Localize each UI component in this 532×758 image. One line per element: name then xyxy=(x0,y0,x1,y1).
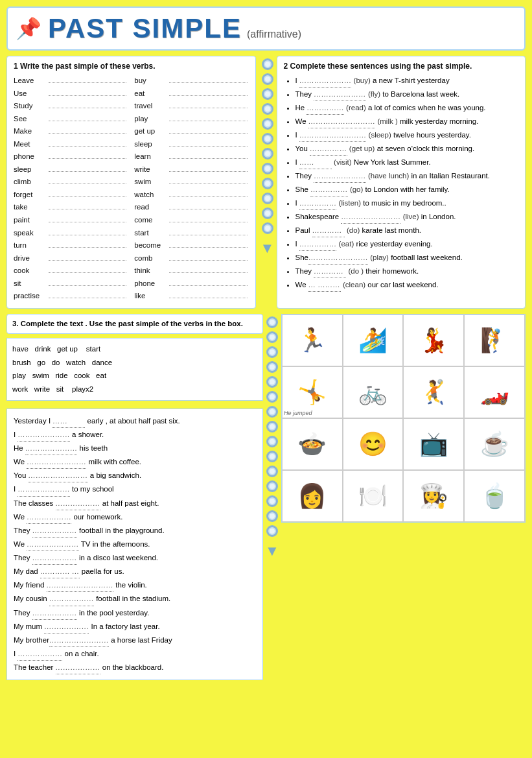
verb-row: watch xyxy=(134,189,248,202)
spiral-ring xyxy=(262,222,273,234)
word-box-line: brush go do watch dance xyxy=(12,356,257,370)
list-item: Paul ………… (do) karate last month. xyxy=(295,224,519,237)
word-box-line: play swim ride cook eat xyxy=(12,369,257,383)
verb-row: sleep xyxy=(14,163,128,176)
spiral-ring xyxy=(266,495,278,507)
text-line: I ………………… a shower. xyxy=(14,428,256,442)
sentence-list: I ………………… (buy) a new T-shirt yesterday … xyxy=(284,75,519,292)
text-line: My friend ……………………… the violin. xyxy=(14,578,256,592)
verb-row: eat xyxy=(134,88,248,101)
page: 📌 PAST SIMPLE (affirmative) 1 Write the … xyxy=(6,6,526,752)
spiral-ring xyxy=(262,163,273,174)
verb-row: get up xyxy=(134,125,248,138)
spiral-ring xyxy=(266,421,278,432)
page-title: PAST SIMPLE xyxy=(48,13,242,44)
verb-row: swim xyxy=(134,176,248,189)
spiral-binding-bottom: ▼ xyxy=(263,314,281,680)
list-item: They ………… (do ) their homework. xyxy=(295,265,519,278)
text-line: I ………………… to my school xyxy=(14,482,256,496)
bottom-left: 3. Complete the text . Use the past simp… xyxy=(6,314,263,680)
spiral-ring xyxy=(266,436,278,447)
text-line: They ……………… football in the playground. xyxy=(14,524,256,538)
bottom-section: 3. Complete the text . Use the past simp… xyxy=(6,314,526,680)
verb-row: Meet xyxy=(14,138,128,151)
spiral-ring xyxy=(262,133,273,145)
verb-row: read xyxy=(134,201,248,214)
text-line: He ………………… his teeth xyxy=(14,442,256,455)
exercise3-title-box: 3. Complete the text . Use the past simp… xyxy=(6,314,263,334)
spiral-ring xyxy=(262,178,273,189)
spiral-ring xyxy=(262,193,273,204)
verb-row: buy xyxy=(134,75,248,88)
verb-row: comb xyxy=(134,252,248,265)
text-line: My brother…………………… a horse last Friday xyxy=(14,634,256,647)
word-box-line: work write sit playx2 xyxy=(12,383,257,396)
list-item: I …………… (eat) rice yesterday evening. xyxy=(295,238,519,251)
exercise1-title: 1 Write the past simple of these verbs. xyxy=(14,62,249,71)
verb-row: cook xyxy=(14,265,128,278)
verb-row: become xyxy=(134,239,248,252)
grid-cell: 🍲 xyxy=(282,418,343,470)
text-line: My mum ……………… In a factory last year. xyxy=(14,620,256,634)
grid-cell: 😊 xyxy=(343,418,404,470)
verb-row: come xyxy=(134,214,248,227)
exercise3-title: 3. Complete the text . Use the past simp… xyxy=(12,320,243,327)
spiral-ring xyxy=(262,148,273,160)
verb-row: practise xyxy=(14,290,128,303)
list-item: She…………………… (play) football last weekend… xyxy=(295,252,519,265)
verb-row: Leave xyxy=(14,75,128,88)
text-completion: Yesterday I …… early , at about half pas… xyxy=(6,409,263,680)
grid-cell: ☕ xyxy=(464,418,525,470)
list-item: You …………… (get up) at seven o'clock this… xyxy=(295,143,519,156)
list-item: We … ……… (clean) our car last weekend. xyxy=(295,279,519,292)
list-item: They ………………… (have lunch) in an Italian … xyxy=(295,170,519,183)
verb-row: Make xyxy=(14,125,128,138)
spiral-ring xyxy=(266,376,278,388)
verb-row: speak xyxy=(14,227,128,240)
text-line: You …………………… a big sandwich. xyxy=(14,469,256,482)
text-line: I ……………… on a chair. xyxy=(14,647,256,661)
grid-cell: 🏃 xyxy=(282,314,343,366)
verb-row: Use xyxy=(14,88,128,101)
verb-row: See xyxy=(14,113,128,126)
verb-columns: Leave Use Study See Make Meet phone slee… xyxy=(14,75,249,303)
spiral-ring xyxy=(266,406,278,418)
text-line: My cousin ……………… football in the stadium… xyxy=(14,592,256,606)
verb-row: phone xyxy=(134,278,248,290)
arrow-down-icon-bottom: ▼ xyxy=(265,543,279,560)
verb-row: write xyxy=(134,163,248,176)
text-line: We ……………… our homework. xyxy=(14,510,256,524)
spiral-ring xyxy=(266,391,278,403)
verb-row: like xyxy=(134,290,248,303)
spiral-ring xyxy=(262,58,273,70)
list-item: I …………… (listen) to music in my bedroom.… xyxy=(295,197,519,210)
verb-row: drive xyxy=(14,252,128,265)
text-line: My dad ………… … paella for us. xyxy=(14,565,256,578)
grid-cell: 🚲 xyxy=(343,366,404,418)
text-line: The classes ……………… at half past eight. xyxy=(14,497,256,510)
verb-row: learn xyxy=(134,150,248,163)
grid-cell: 🍵 xyxy=(464,470,525,522)
text-line: Yesterday I …… early , at about half pas… xyxy=(14,414,256,428)
spiral-ring xyxy=(266,510,278,522)
list-item: I ………………… (buy) a new T-shirt yesterday xyxy=(295,75,519,88)
verb-row: sit xyxy=(14,278,128,290)
spiral-ring xyxy=(266,451,278,462)
image-grid-section: 🏃 🏄 💃 🧗 🤸 He jumped 🚲 🤾 🏎️ 🍲 😊 📺 ☕ � xyxy=(281,314,526,680)
grid-cell: 🤸 He jumped xyxy=(282,366,343,418)
verb-row: take xyxy=(14,201,128,214)
pushpin-icon: 📌 xyxy=(16,16,41,41)
list-item: I …… (visit) New York last Summer. xyxy=(295,156,519,169)
spiral-ring xyxy=(262,103,273,115)
exercise1-panel: 1 Write the past simple of these verbs. … xyxy=(6,56,256,309)
verb-row: phone xyxy=(14,150,128,163)
list-item: They ………………… (fly) to Barcelona last wee… xyxy=(295,88,519,101)
verb-row: turn xyxy=(14,239,128,252)
verb-row: paint xyxy=(14,214,128,227)
verb-row: forget xyxy=(14,189,128,202)
text-line: We …………………… milk with coffee. xyxy=(14,455,256,469)
arrow-down-icon: ▼ xyxy=(260,240,275,257)
spiral-ring xyxy=(266,361,278,373)
verb-row: start xyxy=(134,227,248,240)
spiral-ring xyxy=(266,331,278,343)
